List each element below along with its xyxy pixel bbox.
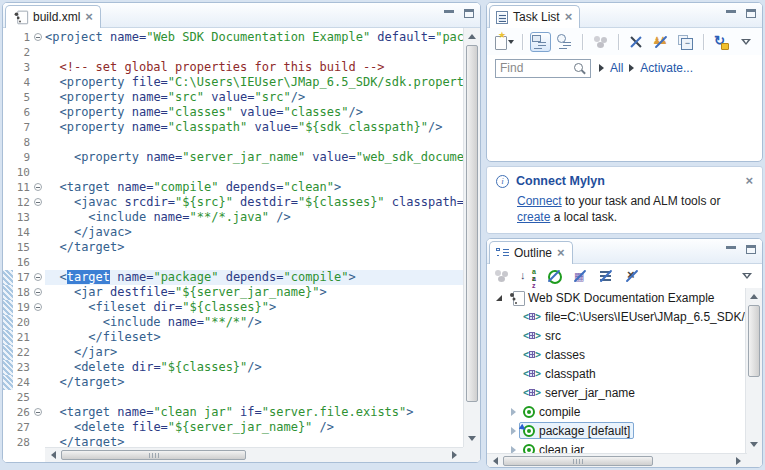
code-text[interactable]: <target name="clean jar" if="server.file… [45,405,463,420]
code-text[interactable]: <jar destfile="${server_jar_name}"> [45,285,463,300]
code-text[interactable]: <project name="Web SDK Documentation Exa… [45,30,463,45]
tree-item-clean-jar[interactable]: clean jar [487,440,747,453]
code-text[interactable]: </target> [45,240,463,255]
vertical-scroll-thumb[interactable] [466,45,478,402]
code-area[interactable]: 1<project name="Web SDK Documentation Ex… [3,28,463,447]
code-text[interactable]: <target name="package" depends="compile"… [45,270,463,285]
tree-item-src[interactable]: src [487,326,747,345]
tree-item-web-sdk-documentation-example[interactable]: Web SDK Documentation Example [487,288,747,307]
code-text[interactable]: </fileset> [45,330,463,345]
collapse-icon[interactable] [34,288,42,296]
connect-link[interactable]: Connect [517,194,562,208]
tree-item-server-jar-name[interactable]: server_jar_name [487,383,747,402]
horizontal-scroll-thumb[interactable] [503,456,653,466]
tree-item-classpath[interactable]: classpath [487,364,747,383]
code-text[interactable]: <fileset dir="${classes}"> [45,300,463,315]
code-text[interactable] [45,390,463,405]
code-text[interactable]: <include name="**/*.java" /> [45,210,463,225]
scroll-down-icon[interactable] [464,431,480,446]
code-text[interactable]: </target> [45,375,463,390]
expand-arrow-icon[interactable] [629,64,634,72]
scroll-right-icon[interactable] [731,454,746,468]
activate-link[interactable]: Activate... [640,61,693,75]
code-text[interactable]: <property name="server_jar_name" value="… [45,150,463,165]
filter-my-tasks-button[interactable] [650,32,671,52]
collapse-icon[interactable] [34,408,42,416]
scheduled-view-button[interactable] [555,32,576,52]
collapse-icon[interactable] [34,198,42,206]
close-icon[interactable]: × [85,12,93,22]
collapse-all-button[interactable] [675,32,696,52]
sort-button[interactable] [517,266,539,286]
collapse-icon[interactable] [34,273,42,281]
scroll-up-icon[interactable] [746,289,762,304]
horizontal-scroll-thumb[interactable] [61,450,246,460]
expand-arrow-icon[interactable] [508,446,519,454]
minimize-icon[interactable] [444,10,454,17]
maximize-icon[interactable] [746,9,756,18]
code-text[interactable]: </jar> [45,345,463,360]
expand-arrow-icon[interactable] [599,64,604,72]
minimize-icon[interactable] [726,246,736,253]
vertical-scroll-thumb[interactable] [748,305,760,377]
minimize-icon[interactable] [726,10,736,17]
maximize-icon[interactable] [464,9,474,18]
tree-item-classes[interactable]: classes [487,345,747,364]
scroll-down-icon[interactable] [746,437,762,452]
close-icon[interactable]: × [565,12,573,22]
collapse-icon[interactable] [34,33,42,41]
code-text[interactable]: <include name="**/*"/> [45,315,463,330]
editor-horizontal-scrollbar[interactable] [45,447,463,462]
code-text[interactable] [45,165,463,180]
code-text[interactable] [45,45,463,60]
all-link[interactable]: All [610,61,623,75]
collapse-icon[interactable] [34,183,42,191]
code-text[interactable]: <target name="compile" depends="clean"> [45,180,463,195]
hide-internal-targets-button[interactable] [543,266,565,286]
tree-item-package-default-[interactable]: package [default] [487,421,747,440]
tab-build-xml[interactable]: build.xml × [5,5,101,28]
search-icon[interactable] [573,62,586,75]
code-text[interactable]: <property file="C:\Users\IEUser\JMap_6.5… [45,75,463,90]
code-text[interactable] [45,255,463,270]
code-text[interactable]: <property name="src" value="src"/> [45,90,463,105]
code-text[interactable]: <javac srcdir="${src}" destdir="${classe… [45,195,463,210]
hide-properties-button[interactable] [569,266,591,286]
hide-completed-tasks-button[interactable] [626,32,647,52]
outline-vertical-scrollbar[interactable] [745,288,762,453]
collapse-icon[interactable] [34,303,42,311]
code-text[interactable]: </javac> [45,225,463,240]
tab-outline[interactable]: Outline × [489,241,573,264]
collapse-arrow-icon[interactable] [493,295,504,301]
tab-task-list[interactable]: Task List × [489,5,580,28]
hide-tasks-button[interactable] [621,266,643,286]
code-text[interactable] [45,135,463,150]
view-menu-button[interactable] [736,266,758,286]
code-text[interactable]: <!-- set global properties for this buil… [45,60,463,75]
maximize-icon[interactable] [746,245,756,254]
editor-vertical-scrollbar[interactable] [463,28,480,447]
tree-item-compile[interactable]: compile [487,402,747,421]
create-link[interactable]: create [517,210,550,224]
new-task-button[interactable] [493,32,515,52]
scroll-left-icon[interactable] [488,454,503,468]
focus-disabled-button[interactable] [491,266,513,286]
scroll-right-icon[interactable] [447,448,462,462]
close-icon[interactable]: × [557,248,565,258]
scroll-left-icon[interactable] [46,448,61,462]
find-input[interactable] [500,61,573,75]
outline-horizontal-scrollbar[interactable] [487,453,747,467]
categorized-view-button[interactable] [530,32,551,52]
synchronize-button[interactable] [711,32,732,52]
dropdown-caret-icon[interactable] [508,40,514,44]
expand-arrow-icon[interactable] [508,408,519,416]
view-menu-button[interactable] [735,32,756,52]
code-text[interactable]: <delete dir="${classes}"/> [45,360,463,375]
close-icon[interactable]: × [745,176,753,186]
code-text[interactable]: <property name="classpath" value="${sdk_… [45,120,463,135]
expand-arrow-icon[interactable] [508,427,519,435]
focus-on-workweek-button[interactable] [590,32,611,52]
hide-imported-elements-button[interactable] [595,266,617,286]
tree-item-file-c-users-ieuser-jmap-6-5-sdk-s[interactable]: file=C:\Users\IEUser\JMap_6.5_SDK/s [487,307,747,326]
code-text[interactable]: <delete file="${server_jar_name}" /> [45,420,463,435]
